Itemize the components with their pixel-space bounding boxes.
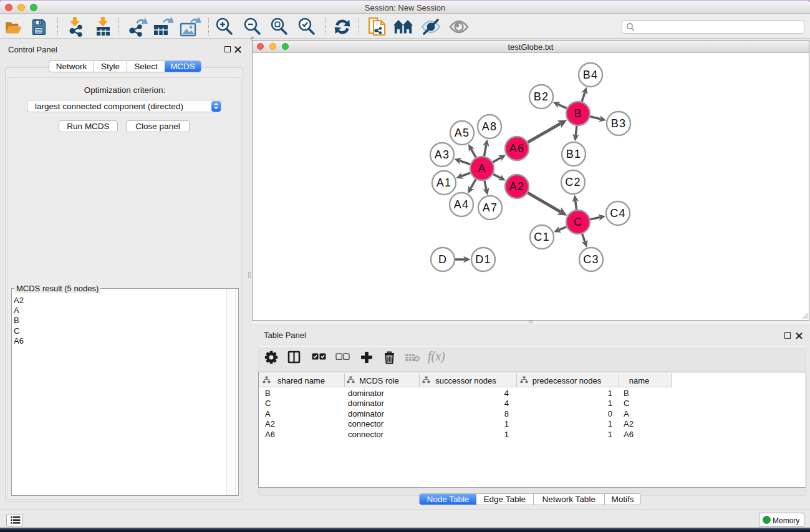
svg-text:C3: C3 bbox=[583, 253, 599, 266]
svg-text:C1: C1 bbox=[534, 231, 549, 243]
svg-text:B1: B1 bbox=[566, 148, 581, 160]
svg-text:B4: B4 bbox=[583, 69, 598, 81]
svg-text:D1: D1 bbox=[475, 253, 491, 266]
svg-text:A7: A7 bbox=[483, 201, 498, 214]
svg-text:A2: A2 bbox=[509, 180, 524, 193]
svg-text:A: A bbox=[478, 162, 486, 175]
svg-text:B3: B3 bbox=[611, 117, 626, 130]
svg-text:D: D bbox=[438, 253, 447, 266]
svg-text:C2: C2 bbox=[565, 176, 581, 188]
svg-text:C: C bbox=[574, 216, 582, 228]
svg-text:A4: A4 bbox=[454, 198, 469, 211]
svg-text:A5: A5 bbox=[455, 127, 470, 139]
svg-text:A1: A1 bbox=[436, 177, 451, 189]
svg-text:A6: A6 bbox=[509, 142, 524, 155]
svg-text:A8: A8 bbox=[482, 120, 497, 133]
svg-text:C4: C4 bbox=[610, 207, 625, 220]
svg-text:B: B bbox=[574, 107, 582, 120]
svg-text:B2: B2 bbox=[534, 90, 549, 103]
svg-text:A3: A3 bbox=[435, 148, 450, 161]
